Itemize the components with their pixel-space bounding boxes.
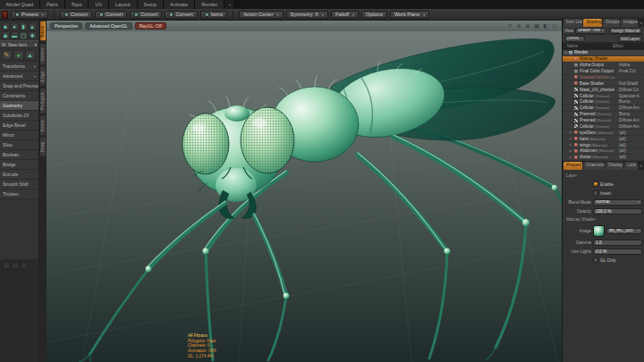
shader-tree-row-preened[interactable]: Preened(Texture)Diffuse Am bbox=[563, 118, 644, 124]
tool-item-snap-and-precision[interactable]: Snap and Precision bbox=[0, 81, 38, 91]
zoom-view-icon[interactable]: ⊞ bbox=[524, 21, 531, 31]
palette-icon[interactable] bbox=[12, 262, 19, 269]
shader-tree-row-cellular[interactable]: Cellular(Texture)Diffuse Am bbox=[563, 124, 644, 130]
menu-tab-paint[interactable]: Paint bbox=[40, 0, 65, 9]
shader-tree-row-shadowcatcher[interactable]: ShadowCatcher(s) bbox=[563, 75, 644, 81]
falloff-button[interactable]: Falloff bbox=[331, 11, 359, 19]
shader-tree-row-base-shader[interactable]: Base ShaderFull Shadi bbox=[563, 80, 644, 87]
image-select[interactable]: Bk_MC_023 bbox=[606, 228, 642, 234]
side-tab-vertex[interactable]: Vertex bbox=[39, 43, 47, 66]
menu-tab-layout[interactable]: Layout bbox=[109, 0, 138, 9]
tab-shading[interactable]: Shading bbox=[583, 19, 602, 27]
side-tab-polygon[interactable]: Polygon bbox=[39, 88, 47, 114]
shader-tree-row-alpha-output[interactable]: Alpha OutputAlpha bbox=[563, 63, 644, 69]
enable-checkbox[interactable] bbox=[593, 181, 598, 187]
tool-item-advanced[interactable]: Advanced▾ bbox=[0, 72, 38, 81]
convert-button-4[interactable]: Convert bbox=[165, 11, 197, 19]
add-layer-button[interactable]: Add Layer bbox=[618, 36, 642, 42]
shader-tree-row-mask-uv-checker[interactable]: Mask_UV_checkerDiffuse Co bbox=[563, 87, 644, 93]
tool-item-geometry[interactable]: Geometry bbox=[0, 101, 38, 111]
tab-images[interactable]: Images bbox=[621, 19, 638, 27]
primitive-icon-3[interactable]: ▲ bbox=[29, 22, 37, 30]
options-button[interactable]: Options bbox=[361, 11, 387, 19]
tool-item-thicken[interactable]: Thicken bbox=[0, 189, 38, 199]
add-layout-tab-button[interactable]: + bbox=[225, 0, 235, 9]
wireframe-toggle-icon[interactable]: ▦ bbox=[533, 21, 540, 31]
shader-tree-row-thorax[interactable]: ▸thorax(Material)(all) bbox=[563, 155, 644, 161]
tab-item-list[interactable]: Item List bbox=[564, 19, 582, 27]
work-plane-button[interactable]: Work Plane bbox=[390, 11, 429, 19]
rotate-view-icon[interactable]: ↺ bbox=[506, 21, 513, 31]
shader-tree-row-final-color-output[interactable]: Final Color OutputFinal Col bbox=[563, 69, 644, 75]
tool-item-bridge[interactable]: Bridge bbox=[0, 160, 38, 170]
presets-button[interactable]: Presets bbox=[11, 11, 48, 19]
invert-checkbox[interactable] bbox=[593, 190, 598, 196]
viewport-mode-raygl-off[interactable]: RayGL: Off bbox=[135, 22, 166, 29]
tool-item-subdivide-2x[interactable]: Subdivide 2X bbox=[0, 111, 38, 121]
menu-tab-uv[interactable]: UV bbox=[89, 0, 109, 9]
opacity-field[interactable]: 100.0 % bbox=[593, 208, 642, 215]
symmetry-button[interactable]: Symmetry: X bbox=[286, 11, 329, 19]
tool-item-boolean[interactable]: Boolean bbox=[0, 150, 38, 160]
maximize-viewport-icon[interactable]: ◱ bbox=[551, 21, 558, 31]
pan-view-icon[interactable]: ⊕ bbox=[515, 21, 522, 31]
assign-material-button[interactable]: Assign Material bbox=[609, 28, 642, 34]
tool-item-slice[interactable]: Slice bbox=[0, 140, 38, 150]
menu-tab-topo[interactable]: Topo bbox=[65, 0, 89, 9]
shader-tree-row-preened[interactable]: Preened(Texture)Bump bbox=[563, 112, 644, 118]
shader-tree-row-wings[interactable]: ▸wings(Material)(all) bbox=[563, 142, 644, 148]
gamma-field[interactable]: 1.0 bbox=[593, 240, 642, 246]
tool-icon-0[interactable]: ✎ bbox=[2, 50, 13, 60]
viewport-mode-perspective[interactable]: Perspective bbox=[50, 22, 82, 29]
tool-item-edge-bevel[interactable]: Edge Bevel bbox=[0, 121, 38, 130]
matcap-thumbnail[interactable] bbox=[593, 225, 605, 237]
menu-tab-render[interactable]: Render bbox=[195, 0, 225, 9]
shader-tree-row-hairs[interactable]: ▸hairs(Material)(all) bbox=[563, 136, 644, 142]
more-tabs-icon[interactable]: » bbox=[639, 19, 643, 27]
tab-groups[interactable]: Groups bbox=[603, 19, 620, 27]
tool-icon-2[interactable]: ▲ bbox=[25, 50, 36, 60]
primitive-icon-4[interactable]: ◆ bbox=[2, 31, 10, 39]
shader-tree-row-abdomen[interactable]: ▸Abdomen(Material)(all) bbox=[563, 148, 644, 155]
app-mode-icon[interactable] bbox=[2, 11, 8, 19]
convert-button-2[interactable]: Convert bbox=[95, 11, 127, 19]
shader-tree-select[interactable]: Shader Tree bbox=[575, 28, 606, 34]
primitive-icon-5[interactable]: ▬ bbox=[11, 31, 19, 39]
shader-tree-row-matcap-shader[interactable]: Matcap Shader bbox=[563, 56, 644, 63]
menu-tab-setup[interactable]: Setup bbox=[138, 0, 164, 9]
palette-icon[interactable] bbox=[3, 262, 10, 269]
shader-tree-row-cellular[interactable]: Cellular(Texture)Specular A bbox=[563, 93, 644, 99]
convert-button-3[interactable]: Convert bbox=[130, 11, 162, 19]
side-tab-items[interactable]: Items bbox=[39, 115, 47, 137]
palette-icon[interactable] bbox=[21, 262, 28, 269]
tab-properti[interactable]: Properti bbox=[564, 162, 582, 170]
tab-lists[interactable]: Lists bbox=[624, 162, 638, 170]
shader-tree-row-render[interactable]: ▼Render bbox=[563, 50, 644, 56]
convert-button-1[interactable]: Convert bbox=[60, 11, 92, 19]
viewport-mode-advanced-opengl[interactable]: Advanced OpenGL bbox=[85, 22, 132, 29]
new-item-dropdown[interactable]: M: New Item ▾ bbox=[0, 40, 38, 48]
primitive-icon-7[interactable]: ✚ bbox=[29, 31, 37, 39]
primitive-icon-6[interactable]: ◯ bbox=[20, 31, 28, 39]
menu-tab-animate[interactable]: Animate bbox=[164, 0, 195, 9]
shader-tree-row-eyestem[interactable]: ▸eyeStem(Material)(all) bbox=[563, 130, 644, 136]
tab-display[interactable]: Display bbox=[606, 162, 623, 170]
tool-item-mirror[interactable]: Mirror bbox=[0, 130, 38, 140]
blend-mode-select[interactable]: Normal bbox=[593, 199, 642, 206]
tool-item-transforms[interactable]: Transforms▾ bbox=[0, 62, 38, 72]
side-tab-basic[interactable]: Basic bbox=[39, 21, 47, 42]
side-tab-snap[interactable]: Snap bbox=[39, 137, 47, 157]
shade-mode-icon[interactable]: ◧ bbox=[542, 21, 549, 31]
tool-item-smooth-shift[interactable]: Smooth Shift bbox=[0, 180, 38, 189]
shader-tree-row-cellular[interactable]: Cellular(Texture)Diffuse Am bbox=[563, 105, 644, 112]
tab-channels[interactable]: Channels bbox=[583, 162, 605, 170]
action-center-button[interactable]: Action Center bbox=[239, 11, 283, 19]
more-tabs-icon[interactable]: » bbox=[639, 162, 643, 170]
primitive-icon-0[interactable]: ■ bbox=[2, 22, 10, 30]
gl-only-checkbox[interactable] bbox=[593, 257, 598, 263]
tool-item-constraints[interactable]: Constraints bbox=[0, 91, 38, 101]
shader-tree-row-cellular[interactable]: Cellular(Texture)Bump bbox=[563, 99, 644, 105]
menu-tab-model-quad[interactable]: Model Quad bbox=[0, 0, 40, 9]
primitive-icon-2[interactable]: ▮ bbox=[20, 22, 28, 30]
filter-select[interactable]: (none) bbox=[564, 36, 585, 42]
